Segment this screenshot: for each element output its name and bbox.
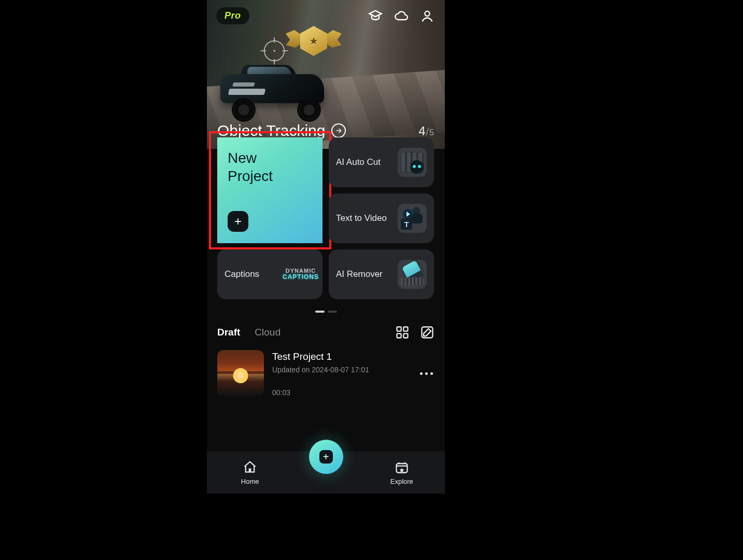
gold-medal-icon [288, 19, 340, 64]
ai-auto-cut-card[interactable]: AI Auto Cut [329, 137, 434, 187]
svg-rect-10 [403, 333, 408, 338]
more-options-button[interactable] [418, 372, 434, 375]
draft-list-item[interactable]: Test Project 1 Updated on 2024-08-07 17:… [207, 340, 445, 397]
captions-card[interactable]: Captions DYNAMIC CAPTIONS [217, 249, 323, 299]
hero-car [210, 60, 338, 117]
draft-duration: 00:03 [272, 388, 410, 397]
crosshair-icon [260, 36, 289, 65]
svg-point-6 [425, 11, 429, 16]
dynamic-text-2: CAPTIONS [283, 274, 319, 281]
grid-view-button[interactable] [395, 325, 410, 340]
edit-button[interactable] [420, 325, 434, 340]
page-current: 4 [418, 124, 426, 138]
svg-rect-9 [397, 333, 401, 338]
quick-actions: New Project + AI Auto Cut Text to Video [207, 149, 445, 313]
dynamic-captions-icon: DYNAMIC CAPTIONS [286, 260, 315, 289]
page-total: 5 [429, 128, 434, 137]
hero-title-row[interactable]: Object Tracking [217, 122, 346, 139]
ai-remover-label: AI Remover [336, 269, 383, 279]
draft-meta: Test Project 1 Updated on 2024-08-07 17:… [272, 350, 410, 397]
top-bar: Pro [207, 7, 445, 24]
new-project-line1: New [228, 149, 273, 167]
ai-auto-cut-label: AI Auto Cut [336, 157, 381, 167]
drafts-tab-row: Draft Cloud [207, 313, 445, 340]
new-project-label: New Project [228, 149, 273, 185]
nav-fab-new[interactable]: + [309, 440, 343, 474]
text-to-video-icon: T [398, 204, 427, 233]
captions-label: Captions [225, 269, 259, 279]
nav-home[interactable]: Home [219, 460, 281, 485]
svg-rect-7 [397, 327, 401, 331]
tab-cloud[interactable]: Cloud [255, 327, 281, 338]
new-project-line2: Project [228, 167, 273, 185]
plus-icon: + [228, 211, 248, 232]
eraser-icon [398, 260, 427, 289]
nav-explore-label: Explore [390, 478, 413, 485]
nav-explore[interactable]: Explore [371, 460, 433, 485]
draft-updated: Updated on 2024-08-07 17:01 [272, 366, 410, 374]
ai-remover-card[interactable]: AI Remover [329, 249, 434, 299]
hero-page-indicator: 4/5 [418, 124, 434, 138]
pager-dot [328, 311, 337, 313]
text-to-video-card[interactable]: Text to Video T [329, 193, 434, 243]
hero-title-text: Object Tracking [217, 122, 325, 139]
bottom-navbar: Home Explore + [207, 432, 445, 494]
tutorial-icon[interactable] [367, 8, 384, 24]
app-frame: Pro Object Tracking 4/5 [207, 0, 445, 494]
text-to-video-label: Text to Video [336, 213, 387, 223]
nav-home-label: Home [241, 478, 259, 485]
profile-icon[interactable] [419, 8, 436, 24]
draft-thumbnail [217, 350, 264, 397]
cards-pager [207, 311, 445, 313]
tab-draft[interactable]: Draft [217, 327, 240, 338]
cloud-icon[interactable] [393, 8, 410, 24]
ai-autocut-icon [398, 148, 427, 177]
pager-dot-active [315, 311, 325, 313]
new-project-card[interactable]: New Project + [217, 137, 323, 243]
hero-banner[interactable]: Pro Object Tracking 4/5 [207, 0, 445, 149]
plus-icon: + [319, 450, 333, 464]
svg-point-1 [273, 50, 275, 52]
arrow-right-circle-icon [331, 123, 346, 138]
svg-rect-8 [403, 327, 408, 331]
draft-title: Test Project 1 [272, 351, 410, 362]
pro-badge[interactable]: Pro [216, 7, 249, 24]
